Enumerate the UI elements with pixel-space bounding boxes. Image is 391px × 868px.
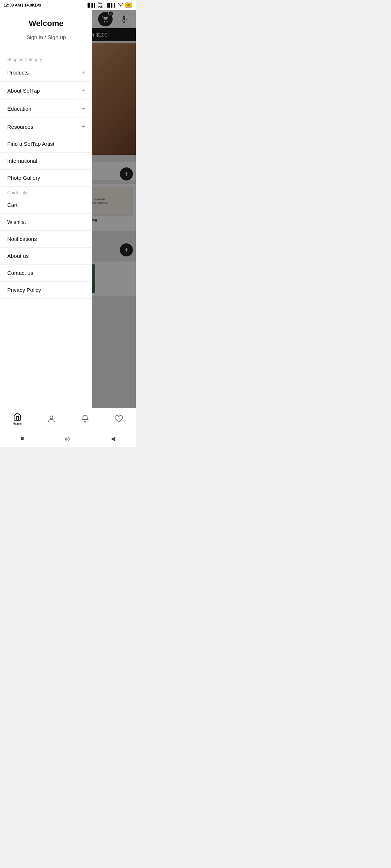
menu-label-notifications: Notifications	[7, 236, 37, 242]
android-home-button[interactable]: ◎	[65, 435, 70, 442]
nav-wishlist[interactable]	[114, 414, 123, 424]
status-bar: 12:39 AM | 14.8KB/s ▐▌▌▌ VoWiFi ▐▌▌▌ 99	[0, 0, 136, 10]
menu-label-products: Products	[7, 69, 29, 76]
drawer-expandable-items: Products + About SofTap + Education + Re…	[0, 64, 92, 136]
wifi-signal-icon	[118, 3, 123, 8]
menu-label-resources: Resources	[7, 124, 33, 130]
menu-label-privacy-policy: Privacy Policy	[7, 287, 41, 293]
menu-item-about-softap[interactable]: About SofTap +	[0, 82, 92, 100]
quick-links-label: Quick links	[0, 187, 92, 197]
shop-by-category-label: Shop by Category	[0, 54, 92, 64]
wifi-icon: ▐▌▌▌	[106, 3, 116, 7]
android-back-button[interactable]: ◀	[111, 435, 115, 442]
drawer-signin-link[interactable]: Sign in / Sign up	[7, 34, 85, 40]
bottom-navigation: Home	[0, 408, 136, 430]
menu-label-contact-us: Contact us	[7, 270, 33, 276]
menu-item-contact-us[interactable]: Contact us	[0, 265, 92, 282]
app-container: 0 er $200! ducts +	[0, 10, 136, 408]
status-icons: ▐▌▌▌ VoWiFi ▐▌▌▌ 99	[86, 1, 132, 9]
menu-label-international: International	[7, 158, 37, 164]
menu-label-cart: Cart	[7, 202, 17, 208]
menu-label-about-softap: About SofTap	[7, 88, 40, 94]
menu-label-education: Education	[7, 106, 31, 112]
menu-label-wishlist: Wishlist	[7, 219, 26, 225]
drawer-overlay[interactable]	[92, 10, 136, 408]
nav-home[interactable]: Home	[13, 412, 22, 426]
nav-notifications[interactable]	[81, 414, 89, 424]
menu-item-cart[interactable]: Cart	[0, 197, 92, 214]
drawer-divider-1	[0, 52, 92, 52]
menu-label-find-artist: Find a SofTap Artist	[7, 141, 54, 147]
menu-item-privacy-policy[interactable]: Privacy Policy	[0, 282, 92, 299]
menu-item-find-artist[interactable]: Find a SofTap Artist	[0, 136, 92, 153]
battery-badge: 99	[125, 3, 132, 8]
expand-icon-education: +	[81, 105, 85, 112]
side-drawer: Welcome Sign in / Sign up Shop by Catego…	[0, 10, 92, 408]
status-time: 12:39 AM | 14.8KB/s	[4, 3, 41, 7]
signal-icon: ▐▌▌▌	[86, 3, 96, 7]
menu-label-about-us: About us	[7, 253, 29, 259]
android-recents-button[interactable]: ■	[21, 435, 24, 442]
android-navigation-bar: ■ ◎ ◀	[0, 430, 136, 447]
menu-item-wishlist[interactable]: Wishlist	[0, 214, 92, 231]
menu-item-notifications[interactable]: Notifications	[0, 231, 92, 248]
menu-item-education[interactable]: Education +	[0, 100, 92, 118]
menu-item-photo-gallery[interactable]: Photo Gallery	[0, 170, 92, 187]
menu-item-about-us[interactable]: About us	[0, 248, 92, 265]
drawer-header: Welcome Sign in / Sign up	[0, 10, 92, 52]
menu-item-resources[interactable]: Resources +	[0, 118, 92, 136]
menu-item-international[interactable]: International	[0, 153, 92, 170]
menu-label-photo-gallery: Photo Gallery	[7, 175, 40, 181]
expand-icon-resources: +	[81, 123, 85, 131]
drawer-title: Welcome	[7, 19, 85, 28]
expand-icon-about-softap: +	[81, 87, 85, 94]
svg-point-6	[50, 416, 53, 419]
expand-icon-products: +	[81, 69, 85, 76]
nav-home-label: Home	[13, 422, 22, 426]
menu-item-products[interactable]: Products +	[0, 64, 92, 82]
nav-profile[interactable]	[47, 414, 56, 424]
vo-wifi-label: VoWiFi	[98, 1, 105, 9]
